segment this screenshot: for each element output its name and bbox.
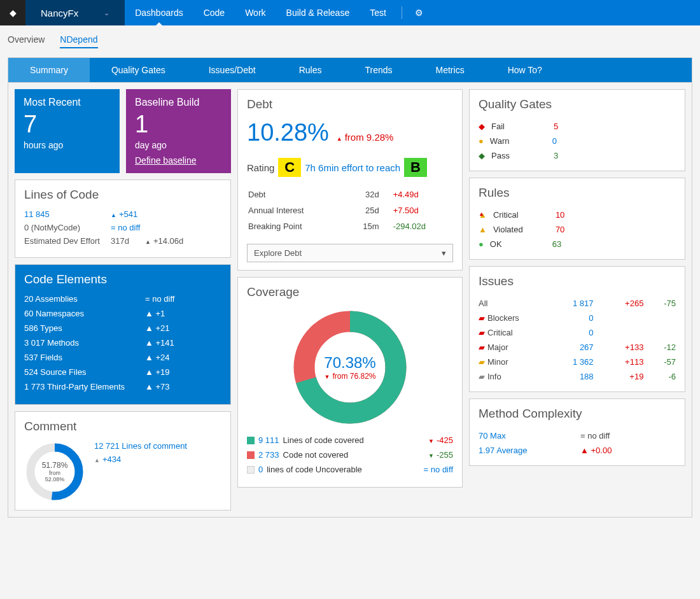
pass-icon: ◆ bbox=[479, 151, 485, 160]
uncoverable-count[interactable]: 0 bbox=[258, 465, 263, 474]
code-elem-row[interactable]: 1 773 Third-Party Elements▲ +73 bbox=[24, 382, 221, 391]
debt-from: from 9.28% bbox=[337, 132, 394, 143]
card-title: Debt bbox=[247, 97, 453, 111]
loc-est-val: 317d bbox=[111, 236, 143, 246]
uncovered-delta: -255 bbox=[428, 450, 453, 460]
card-coverage: Coverage 70.38% from 76.82% 9 111 Lines … bbox=[237, 277, 463, 488]
comment-from-val: 52.08% bbox=[45, 476, 65, 483]
square-icon bbox=[247, 466, 255, 474]
mc-row[interactable]: 70 Max= no diff bbox=[479, 428, 676, 443]
top-bar: ◆ NancyFx ⌄ DashboardsCodeWorkBuild & Re… bbox=[0, 0, 700, 25]
comment-donut: 51.78% from 52.08% bbox=[24, 441, 85, 502]
sumtab-summary[interactable]: Summary bbox=[8, 58, 90, 82]
rating-label: Rating bbox=[247, 162, 274, 173]
tile-unit: hours ago bbox=[24, 140, 111, 150]
gear-icon[interactable]: ⚙ bbox=[407, 8, 431, 18]
code-elem-row[interactable]: 3 017 Methods▲ +141 bbox=[24, 338, 221, 348]
effort-text[interactable]: 7h 6min effort to reach bbox=[305, 162, 400, 173]
rule-row-ok[interactable]: ●OK63 bbox=[479, 237, 676, 251]
card-title: Lines of Code bbox=[24, 188, 221, 202]
tile-most-recent[interactable]: Most Recent 7 hours ago bbox=[15, 89, 120, 173]
loc-nodiff[interactable]: = no diff bbox=[111, 223, 140, 232]
qg-row-warn[interactable]: ●Warn0 bbox=[479, 134, 676, 148]
nav-separator bbox=[402, 6, 402, 19]
card-method-complexity: Method Complexity 70 Max= no diff1.97 Av… bbox=[469, 398, 685, 466]
loc-count[interactable]: 11 845 bbox=[24, 209, 108, 219]
dashboard: Most Recent 7 hours ago Baseline Build 1… bbox=[8, 82, 692, 518]
issue-row[interactable]: ▰Major267+133-12 bbox=[479, 340, 676, 355]
coverage-from: from 76.82% bbox=[325, 372, 376, 381]
code-elem-row[interactable]: 586 Types▲ +21 bbox=[24, 323, 221, 333]
sumtab-trends[interactable]: Trends bbox=[343, 58, 414, 82]
chevron-down-icon: ⌄ bbox=[104, 9, 109, 17]
qg-row-pass[interactable]: ◆Pass3 bbox=[479, 148, 676, 163]
grade-c-badge: C bbox=[278, 158, 301, 177]
issue-row[interactable]: ▰Info188+19-6 bbox=[479, 369, 676, 384]
define-baseline-link[interactable]: Define baseline bbox=[135, 155, 197, 166]
sumtab-issues-debt[interactable]: Issues/Debt bbox=[187, 58, 277, 82]
loc-notmycode: 0 (NotMyCode) bbox=[24, 223, 108, 232]
sumtab-quality-gates[interactable]: Quality Gates bbox=[90, 58, 187, 82]
issue-row[interactable]: ▰Blockers0 bbox=[479, 311, 676, 325]
project-selector[interactable]: NancyFx ⌄ bbox=[25, 0, 125, 25]
issue-row[interactable]: ▰Minor1 362+113-57 bbox=[479, 355, 676, 369]
tile-title: Most Recent bbox=[24, 97, 111, 108]
covered-count[interactable]: 9 111 bbox=[258, 435, 279, 445]
debt-percent[interactable]: 10.28% bbox=[247, 119, 329, 146]
card-code-elements: Code Elements 20 Assemblies= no diff60 N… bbox=[15, 264, 231, 405]
tile-baseline-build[interactable]: Baseline Build 1 day ago Define baseline bbox=[126, 89, 231, 173]
debt-row: Annual Interest25d+7.50d bbox=[248, 203, 452, 218]
issue-row[interactable]: All1 817+265-75 bbox=[479, 296, 676, 311]
logo-icon[interactable]: ◆ bbox=[0, 0, 25, 25]
nav-build-release[interactable]: Build & Release bbox=[276, 0, 360, 25]
qg-row-fail[interactable]: ◆Fail5 bbox=[479, 119, 676, 134]
card-debt: Debt 10.28% from 9.28% Rating C 7h 6min … bbox=[237, 89, 463, 271]
coverage-donut: 70.38% from 76.82% bbox=[290, 307, 410, 428]
fail-icon: ◆ bbox=[479, 122, 485, 131]
card-title: Quality Gates bbox=[479, 97, 676, 111]
covered-delta: -425 bbox=[428, 435, 453, 445]
card-quality-gates: Quality Gates ◆Fail5●Warn0◆Pass3 bbox=[469, 89, 685, 171]
debt-row: Breaking Point15m-294.02d bbox=[248, 219, 452, 234]
comment-delta[interactable]: +434 bbox=[94, 455, 187, 464]
summary-tabs: SummaryQuality GatesIssues/DebtRulesTren… bbox=[8, 57, 692, 82]
subtab-overview[interactable]: Overview bbox=[8, 34, 45, 48]
comment-from-lbl: from bbox=[49, 470, 60, 476]
card-title: Coverage bbox=[247, 285, 453, 299]
card-issues: Issues All1 817+265-75▰Blockers0▰Critica… bbox=[469, 266, 685, 392]
code-elem-row[interactable]: 524 Source Files▲ +19 bbox=[24, 367, 221, 377]
square-icon bbox=[247, 451, 255, 459]
tile-value: 1 bbox=[135, 112, 222, 136]
code-elem-row[interactable]: 20 Assemblies= no diff bbox=[24, 294, 221, 304]
nav-dashboards[interactable]: Dashboards bbox=[125, 0, 193, 25]
square-icon bbox=[247, 437, 255, 444]
subtab-ndepend[interactable]: NDepend bbox=[60, 34, 97, 48]
explore-debt-dropdown[interactable]: Explore Debt ▾ bbox=[247, 244, 453, 262]
code-elem-row[interactable]: 537 Fields▲ +24 bbox=[24, 353, 221, 362]
rule-row-critical[interactable]: ▲▲Critical10 bbox=[479, 208, 676, 222]
sumtab-metrics[interactable]: Metrics bbox=[414, 58, 486, 82]
card-title: Comment bbox=[24, 419, 221, 433]
sumtab-how-to-[interactable]: How To? bbox=[486, 58, 564, 82]
debt-row: Debt32d+4.49d bbox=[248, 187, 452, 202]
comment-count[interactable]: 12 721 Lines of comment bbox=[94, 441, 187, 451]
card-lines-of-code: Lines of Code 11 845 +541 0 (NotMyCode) … bbox=[15, 180, 231, 258]
issue-row[interactable]: ▰Critical0 bbox=[479, 325, 676, 340]
sub-tabs: OverviewNDepend bbox=[0, 25, 700, 57]
coverage-pct: 70.38% bbox=[324, 354, 375, 372]
uncoverable-delta[interactable]: = no diff bbox=[424, 465, 453, 474]
issues-table: All1 817+265-75▰Blockers0▰Critical0▰Majo… bbox=[479, 296, 676, 384]
card-title: Rules bbox=[479, 186, 676, 200]
nav-code[interactable]: Code bbox=[193, 0, 235, 25]
nav-test[interactable]: Test bbox=[360, 0, 396, 25]
mc-row[interactable]: 1.97 Average▲ +0.00 bbox=[479, 443, 676, 458]
loc-delta[interactable]: +541 bbox=[111, 209, 137, 219]
nav-work[interactable]: Work bbox=[235, 0, 276, 25]
uncovered-count[interactable]: 2 733 bbox=[258, 450, 279, 460]
rule-row-violated[interactable]: ▲Violated70 bbox=[479, 222, 676, 237]
project-name: NancyFx bbox=[41, 8, 78, 18]
card-title: Code Elements bbox=[24, 272, 221, 286]
code-elem-row[interactable]: 60 Namespaces▲ +1 bbox=[24, 309, 221, 318]
chevron-down-icon: ▾ bbox=[442, 248, 446, 258]
sumtab-rules[interactable]: Rules bbox=[277, 58, 344, 82]
